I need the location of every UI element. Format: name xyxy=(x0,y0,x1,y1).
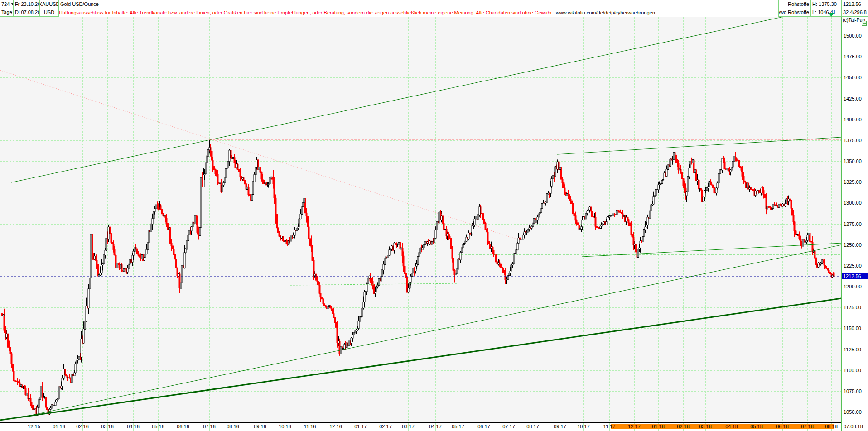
price-axis-label: 1425.00 xyxy=(844,96,862,101)
month-axis-label: 06 16 xyxy=(177,424,189,429)
change-info-text: 32.4/296.8 xyxy=(843,10,867,15)
disclaimer-url: www.wikifolio.com/de/de/p/cyberwaehrunge… xyxy=(556,10,655,15)
instrument-title: Gold USD/Ounce xyxy=(59,0,131,8)
month-axis-label: 02 18 xyxy=(677,424,690,429)
month-axis-label: 03 17 xyxy=(402,424,415,429)
month-axis-label: 07 17 xyxy=(502,424,515,429)
period-high-text: H: 1375.30 xyxy=(812,1,837,7)
month-axis-label: 12 17 xyxy=(628,424,641,429)
bars-count-dropdown[interactable]: 724 xyxy=(0,0,14,8)
month-axis-label: 05 18 xyxy=(750,424,763,429)
price-axis-label: 1375.00 xyxy=(844,138,862,143)
month-axis-label: 03 16 xyxy=(101,424,114,429)
month-axis-label: 10 17 xyxy=(577,424,590,429)
month-axis-label: 02 17 xyxy=(379,424,392,429)
month-axis-label: 08 17 xyxy=(526,424,539,429)
instrument-title-text: Gold USD/Ounce xyxy=(60,1,99,7)
period-dropdown[interactable]: Tage xyxy=(0,8,14,17)
change-info-label: 32.4/296.8 xyxy=(842,8,868,17)
category-text: Rohstoffe xyxy=(788,1,809,7)
month-axis-label: 09 17 xyxy=(554,424,566,429)
month-axis-label: 04 16 xyxy=(127,424,140,429)
price-axis-label: 1325.00 xyxy=(844,179,862,185)
currency-field: USD xyxy=(40,8,59,17)
month-axis-label: 02 16 xyxy=(76,424,89,429)
category-label: Rohstoffe xyxy=(778,0,811,8)
period-value: Tage xyxy=(1,10,12,15)
last-price-text: 1212.56 xyxy=(843,1,861,7)
tai-pan-chart-window: 724 Fr 23.10.2015 XAUUSD Gold USD/Ounce … xyxy=(0,0,868,431)
month-axis-label: 07 18 xyxy=(801,424,814,429)
axis-marker-triangle-icon xyxy=(829,13,834,17)
price-axis-label: 1200.00 xyxy=(844,284,862,289)
period-low-label: L: 1046.41 xyxy=(811,8,842,17)
price-axis-label: 1150.00 xyxy=(844,326,861,331)
symbol-field[interactable]: XAUUSD xyxy=(40,0,59,8)
month-axis-label: 08 18 xyxy=(825,424,838,429)
axis-settings-icon[interactable] xyxy=(862,21,867,26)
price-axis-label: 1125.00 xyxy=(844,347,861,352)
month-axis-label: 01 17 xyxy=(354,424,367,429)
start-date-field[interactable]: Fr 23.10.2015 xyxy=(14,0,40,8)
provider-text: vwd Rohstoffe xyxy=(778,10,809,15)
month-axis-label: 05 16 xyxy=(152,424,164,429)
price-axis-label: 1450.00 xyxy=(844,75,862,80)
price-axis-label: 1050.00 xyxy=(844,409,862,415)
price-axis-label: 1400.00 xyxy=(844,117,862,122)
month-axis-label: 01 18 xyxy=(652,424,665,429)
price-axis-label: 1275.00 xyxy=(844,221,862,227)
start-date-value: Fr 23.10.2015 xyxy=(15,1,40,7)
period-high-label: H: 1375.30 xyxy=(811,0,842,8)
price-axis-label: 1500.00 xyxy=(844,33,862,38)
price-axis-label: 1300.00 xyxy=(844,200,862,206)
price-axis-label: 1250.00 xyxy=(844,242,862,248)
month-axis-label: 10 16 xyxy=(279,424,291,429)
bars-count-value: 724 xyxy=(1,1,10,7)
month-axis-label: 04 18 xyxy=(725,424,738,429)
end-date-field[interactable]: Di 07.08.2018 xyxy=(14,8,40,17)
month-axis-label: 12 16 xyxy=(329,424,342,429)
price-chart-canvas[interactable] xyxy=(0,0,868,431)
month-axis-label: 03 18 xyxy=(699,424,712,429)
month-axis-label: 11 16 xyxy=(304,424,316,429)
footer-end-date: 07.08.18 xyxy=(844,424,863,429)
month-axis-label: 09 16 xyxy=(254,424,266,429)
disclaimer-annotation: Haftungsausschluss für Inhalte: Alle Tre… xyxy=(59,8,779,17)
month-axis-label: 08 16 xyxy=(227,424,239,429)
disclaimer-text: Haftungsausschluss für Inhalte: Alle Tre… xyxy=(59,10,553,15)
month-axis-label: 01 16 xyxy=(53,424,65,429)
month-axis-label: 05 17 xyxy=(452,424,464,429)
month-axis-label: 11 17 xyxy=(603,424,616,429)
price-axis-label: 1225.00 xyxy=(844,263,862,268)
last-price-label: 1212.56 xyxy=(842,0,868,8)
selected-range-highlight xyxy=(611,424,834,429)
price-axis-label: 1475.00 xyxy=(844,54,862,59)
end-date-value: Di 07.08.2018 xyxy=(15,10,40,15)
price-axis-label: 1350.00 xyxy=(844,158,862,164)
month-axis-label: 06 18 xyxy=(776,424,789,429)
symbol-value: XAUUSD xyxy=(40,1,59,7)
month-axis-label: 04 17 xyxy=(429,424,442,429)
month-axis-label: 06 17 xyxy=(477,424,490,429)
price-axis-label: 1075.00 xyxy=(844,388,862,394)
price-axis-label: 1175.00 xyxy=(844,305,861,310)
month-axis-label: 12 15 xyxy=(28,424,40,429)
provider-label: vwd Rohstoffe xyxy=(778,8,811,17)
month-axis-label: 07 16 xyxy=(203,424,216,429)
price-axis-label: 1100.00 xyxy=(844,368,861,373)
current-price-tag: 1212.56 xyxy=(842,273,868,279)
currency-value: USD xyxy=(44,10,54,15)
